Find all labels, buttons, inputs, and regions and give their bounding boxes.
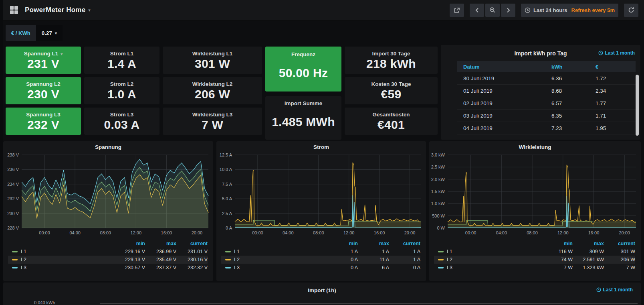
series-color-swatch[interactable]: [225, 259, 231, 260]
legend-header-row: minmaxcurrent: [434, 241, 635, 248]
stat-value: 1.4 A: [107, 57, 136, 71]
legend-series-L2[interactable]: L20 A11 A1 A: [221, 256, 420, 264]
sidebar-strip[interactable]: [0, 0, 3, 305]
zoom-out-button[interactable]: [485, 4, 500, 17]
template-variable: € / KWh 0.27 ▾: [6, 25, 63, 41]
legend-stat-header: current: [604, 241, 635, 248]
chart-legend: minmaxcurrentL1116 W309 W301 WL274 W2.59…: [429, 241, 641, 272]
panel-title[interactable]: Strom: [216, 141, 426, 152]
legend-series-L3[interactable]: L37 W1.323 kW7 W: [434, 264, 635, 272]
legend-series-L2[interactable]: L274 W2.591 kW206 W: [434, 256, 635, 264]
refresh-icon: [628, 7, 634, 13]
series-color-swatch[interactable]: [12, 267, 18, 268]
time-shift-left-button[interactable]: [470, 4, 484, 17]
legend-series-L1[interactable]: L1229.16 V236.99 V231.01 V: [8, 248, 208, 256]
axis-tick-label: 16:00: [161, 230, 172, 235]
column-header-kwh[interactable]: kWh: [551, 64, 596, 70]
chart-legend: minmaxcurrentL1229.16 V236.99 V231.01 VL…: [3, 241, 213, 272]
legend-stat-value: 236.99 V: [145, 249, 176, 254]
axis-tick-label: 236 V: [7, 167, 19, 172]
navbar-actions: Last 24 hours Refresh every 5m: [450, 4, 638, 17]
stat-value: €401: [378, 118, 405, 132]
series-color-swatch[interactable]: [225, 251, 231, 252]
panel-title[interactable]: Wirkleistung: [429, 141, 641, 152]
clock-icon: [596, 287, 601, 292]
legend-series-L1[interactable]: L1116 W309 W301 W: [434, 248, 635, 256]
stat-panel-strom-l3[interactable]: Strom L3 0.03 A: [84, 108, 159, 135]
series-color-swatch[interactable]: [438, 251, 444, 252]
stat-panel-kosten-30-tage[interactable]: Kosten 30 Tage €59: [345, 77, 438, 104]
series-color-swatch[interactable]: [12, 259, 18, 260]
stat-panel-gesamtkosten[interactable]: Gesamtkosten €401: [345, 108, 438, 135]
legend-header-row: minmaxcurrent: [221, 241, 420, 248]
share-icon: [454, 7, 460, 13]
variable-value-dropdown[interactable]: 0.27 ▾: [36, 25, 63, 41]
series-color-swatch[interactable]: [438, 259, 444, 260]
legend-stat-value: 230.57 V: [114, 265, 145, 270]
legend-series-L2[interactable]: L2229.13 V235.49 V230.16 V: [8, 256, 208, 264]
legend-stat-value: 232.32 V: [176, 265, 208, 270]
legend-series-L1[interactable]: L11 A1 A1 A: [221, 248, 420, 256]
legend-stat-value: 74 W: [541, 257, 573, 262]
wirkleistung-chart-canvas[interactable]: 3.0 kW2.5 kW2.0 kW1.5 kW1.0 kW500 W0 W00…: [429, 152, 641, 237]
legend-stat-value: 1.323 kW: [573, 265, 604, 270]
panel-title[interactable]: Spannung: [3, 141, 213, 152]
legend-stat-value: 11 A: [358, 257, 389, 262]
time-picker-button[interactable]: Last 24 hours Refresh every 5m: [521, 4, 618, 17]
strom-chart-canvas[interactable]: 12.5 A10.0 A7.5 A5.0 A2.5 A0 A00:0004:00…: [216, 152, 426, 237]
column-header-datum[interactable]: Datum: [457, 64, 551, 70]
share-button[interactable]: [450, 4, 464, 17]
series-area-L2: [448, 165, 636, 228]
column-header-eur[interactable]: €: [596, 64, 636, 70]
stat-panel-strom-l1[interactable]: Strom L1 1.4 A: [84, 47, 159, 74]
legend-series-L3[interactable]: L3230.57 V237.37 V232.32 V: [8, 264, 208, 272]
chevron-down-icon[interactable]: ▾: [88, 8, 91, 13]
stat-panel-spannung-l2[interactable]: Spannung L2 230 V: [6, 77, 81, 104]
apps-grid-icon[interactable]: [10, 6, 18, 14]
legend-stat-value: 230.16 V: [176, 257, 208, 262]
time-shift-right-button[interactable]: [501, 4, 515, 17]
legend-stat-value: 0 A: [327, 257, 358, 262]
stat-title: Kosten 30 Tage: [371, 81, 411, 87]
series-color-swatch[interactable]: [438, 267, 444, 268]
axis-tick-label: 0.040 kWh: [34, 300, 55, 305]
legend-series-label: L3: [234, 265, 327, 270]
grafana-dashboard: PowerMeter Home ▾: [0, 0, 644, 305]
panel-menu-caret-icon[interactable]: ▾: [61, 52, 63, 56]
variable-value: 0.27: [42, 30, 52, 36]
legend-stat-header: min: [541, 241, 573, 248]
stat-panel-wirkleistung-l2[interactable]: Wirkleistung L2 206 W: [163, 77, 262, 104]
refresh-interval-label: Refresh every 5m: [571, 7, 615, 13]
panel-time-badge[interactable]: Last 1 month: [598, 50, 635, 56]
table-scrollbar[interactable]: [636, 75, 639, 136]
legend-stat-value: 6 A: [358, 265, 389, 270]
stat-panel-wirkleistung-l1[interactable]: Wirkleistung L1 301 W: [163, 47, 262, 74]
series-color-swatch[interactable]: [12, 251, 18, 252]
axis-tick-label: 0 A: [226, 226, 232, 230]
data-table: Datum kWh € 30 Juni 2019 6.36 1.72 01 Ju…: [457, 61, 636, 134]
stat-panel-strom-l2[interactable]: Strom L2 1.0 A: [84, 77, 159, 104]
panel-title[interactable]: Import (1h): [3, 283, 641, 293]
stat-panel-wirkleistung-l3[interactable]: Wirkleistung L3 7 W: [163, 108, 262, 135]
stat-panel-import-30-tage[interactable]: Import 30 Tage 218 kWh: [345, 47, 438, 74]
axis-tick-label: 232 V: [7, 196, 19, 201]
axis-tick-label: 2.0 kW: [431, 177, 445, 182]
stat-panel-spannung-l3[interactable]: Spannung L3 232 V: [6, 108, 81, 135]
table-row: 02 Juli 2019 6.57 1.77: [457, 97, 636, 110]
stat-panel-spannung-l1[interactable]: Spannung L1▾ 231 V: [6, 47, 81, 74]
stat-value: 301 W: [195, 57, 230, 71]
dashboard-title[interactable]: PowerMeter Home: [25, 6, 85, 14]
axis-tick-label: 12:00: [343, 230, 355, 235]
time-range-label: Last 24 hours: [533, 7, 567, 13]
axis-tick-label: 08:00: [313, 230, 324, 235]
axis-tick-label: 20:00: [619, 230, 630, 235]
refresh-button[interactable]: [624, 4, 638, 17]
panel-time-badge[interactable]: Last 1 month: [596, 287, 633, 293]
stat-panel-frequenz[interactable]: Frequenz 50.00 Hz: [265, 47, 341, 92]
axis-tick-label: 238 V: [7, 152, 19, 157]
spannung-chart-canvas[interactable]: 238 V236 V234 V232 V230 V228 V00:0004:00…: [3, 152, 213, 237]
legend-series-L3[interactable]: L30 A6 A0 A: [221, 264, 420, 272]
axis-tick-label: 16:00: [588, 230, 600, 235]
stat-panel-import-summe[interactable]: Import Summe 1.485 MWh: [265, 96, 341, 140]
series-color-swatch[interactable]: [225, 267, 231, 268]
